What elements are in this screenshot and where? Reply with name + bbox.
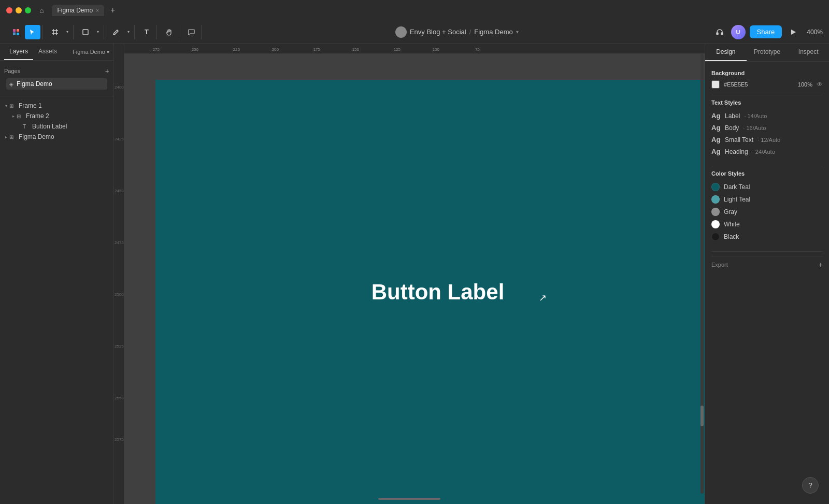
ruler-vertical: 2400 2425 2450 2475 2500 2525 2550 2575 [114, 44, 124, 504]
pen-chevron[interactable]: ▾ [125, 25, 132, 39]
color-style-light-teal[interactable]: Light Teal [711, 193, 823, 206]
home-icon[interactable]: ⌂ [39, 6, 44, 15]
right-panel-content: Background #E5E5E5 100% 👁 Text Styles Ag… [705, 62, 829, 504]
background-section-heading: Background [711, 70, 823, 76]
headphone-icon [716, 28, 724, 36]
section-divider-2 [711, 166, 823, 166]
design-frame[interactable]: Button Label [155, 80, 705, 504]
layer-item-frame1[interactable]: ▾ ⊞ Frame 1 [2, 100, 111, 111]
ag-icon-heading: Ag [711, 148, 721, 155]
background-row: #E5E5E5 100% 👁 [711, 80, 823, 89]
scrollbar-thumb-vertical[interactable] [701, 406, 704, 426]
minimize-dot[interactable] [16, 7, 22, 13]
dark-teal-label: Dark Teal [724, 183, 750, 191]
ruler-label-2525: 2525 [115, 344, 124, 349]
text-style-small-text[interactable]: Ag Small Text · 12/Auto [711, 134, 823, 146]
tool-group-frames: ▾ [45, 25, 74, 39]
zoom-level: 400% [807, 28, 823, 36]
text-tool-button[interactable]: T [139, 25, 154, 39]
tab-assets[interactable]: Assets [33, 44, 62, 60]
color-style-black[interactable]: Black [711, 231, 823, 243]
layer-item-frame2[interactable]: ▸ ⊟ Frame 2 [2, 111, 111, 121]
white-swatch [711, 220, 720, 228]
new-tab-button[interactable]: + [110, 6, 115, 15]
comment-tool-button[interactable] [183, 25, 199, 39]
layer-item-button-label[interactable]: T Button Label [2, 121, 111, 132]
background-opacity-value[interactable]: 100% [798, 81, 812, 88]
comment-icon [188, 28, 195, 36]
color-style-gray[interactable]: Gray [711, 206, 823, 218]
pen-tool-button[interactable] [108, 25, 124, 39]
text-style-label[interactable]: Ag Label · 14/Auto [711, 110, 823, 122]
help-button[interactable]: ? [802, 477, 819, 494]
tab-prototype[interactable]: Prototype [747, 44, 788, 61]
main-menu-button[interactable] [8, 25, 24, 39]
text-style-body[interactable]: Ag Body · 16/Auto [711, 122, 823, 134]
canvas-content: Button Label [124, 54, 705, 504]
close-dot[interactable] [6, 7, 12, 13]
layer-item-figma-demo[interactable]: ▸ ⊞ Figma Demo [2, 132, 111, 142]
ruler-label-75: -75 [474, 47, 480, 52]
tab-close-button[interactable]: × [96, 8, 99, 13]
page-icon: ◈ [9, 81, 13, 87]
user-avatar[interactable]: U [731, 25, 746, 39]
ag-icon-label: Ag [711, 112, 721, 120]
file-tab[interactable]: Figma Demo × [52, 5, 104, 16]
share-button[interactable]: Share [750, 25, 782, 38]
page-item-figma-demo[interactable]: ◈ Figma Demo [6, 78, 107, 90]
layers-list: ▾ ⊞ Frame 1 ▸ ⊟ Frame 2 T Button Label ▸… [0, 100, 113, 142]
hand-tool-button[interactable] [161, 25, 177, 39]
ruler-label-225: -225 [232, 47, 240, 52]
scrollbar-vertical[interactable] [701, 54, 704, 494]
rectangle-icon [82, 28, 89, 36]
black-label: Black [724, 233, 739, 240]
frame-layer-icon: ⊞ [9, 103, 17, 109]
gray-label: Gray [724, 208, 737, 215]
move-tool-button[interactable] [25, 25, 40, 39]
add-export-button[interactable]: + [819, 261, 823, 269]
left-panel-tabs: Layers Assets Figma Demo ▾ [0, 44, 113, 61]
frame-icon [51, 28, 59, 36]
canvas-area[interactable]: -275 -250 -225 -200 -175 -150 -125 -100 … [114, 44, 705, 504]
maximize-dot[interactable] [25, 7, 31, 13]
svg-point-3 [17, 33, 19, 35]
audio-button[interactable] [712, 25, 727, 39]
background-hex-value[interactable]: #E5E5E5 [724, 81, 794, 88]
dropdown-chevron-icon[interactable]: ▾ [516, 29, 519, 35]
text-styles-section: Text Styles Ag Label · 14/Auto Ag Body ·… [711, 99, 823, 157]
color-style-white[interactable]: White [711, 218, 823, 231]
project-avatar [395, 26, 407, 38]
text-style-heading[interactable]: Ag Heading · 24/Auto [711, 146, 823, 157]
background-color-swatch[interactable] [711, 80, 720, 89]
tool-group-main [6, 25, 43, 39]
tab-layers[interactable]: Layers [4, 44, 33, 60]
add-page-button[interactable]: + [105, 67, 109, 75]
ruler-label-2575: 2575 [115, 437, 124, 442]
tab-inspect[interactable]: Inspect [788, 44, 829, 61]
ag-icon-body: Ag [711, 124, 721, 132]
project-info[interactable]: Envy Blog + Social / Figma Demo ▾ [395, 26, 519, 38]
dark-teal-swatch [711, 183, 720, 191]
ruler-label-200: -200 [270, 47, 279, 52]
shape-chevron[interactable]: ▾ [94, 25, 102, 39]
shape-tool-button[interactable] [78, 25, 93, 39]
tab-label: Figma Demo [57, 7, 93, 14]
visibility-toggle-icon[interactable]: 👁 [817, 81, 823, 88]
right-panel: Design Prototype Inspect Background #E5E… [705, 44, 829, 504]
toolbar-right: U Share 400% [712, 25, 823, 39]
cursor-icon [29, 28, 36, 36]
text-style-size-heading: · 24/Auto [752, 149, 775, 155]
scrollbar-horizontal[interactable] [378, 498, 440, 500]
svg-rect-1 [17, 29, 19, 32]
ruler-label-175: -175 [312, 47, 320, 52]
color-style-dark-teal[interactable]: Dark Teal [711, 181, 823, 193]
ruler-label-100: -100 [431, 47, 439, 52]
frame-chevron[interactable]: ▾ [64, 25, 71, 39]
chevron-right-icon: ▸ [12, 114, 15, 119]
present-button[interactable] [786, 25, 801, 39]
tab-design[interactable]: Design [705, 44, 747, 61]
gray-swatch [711, 208, 720, 216]
frame-tool-button[interactable] [47, 25, 63, 39]
window-controls [6, 7, 31, 13]
ag-icon-small-text: Ag [711, 136, 721, 143]
